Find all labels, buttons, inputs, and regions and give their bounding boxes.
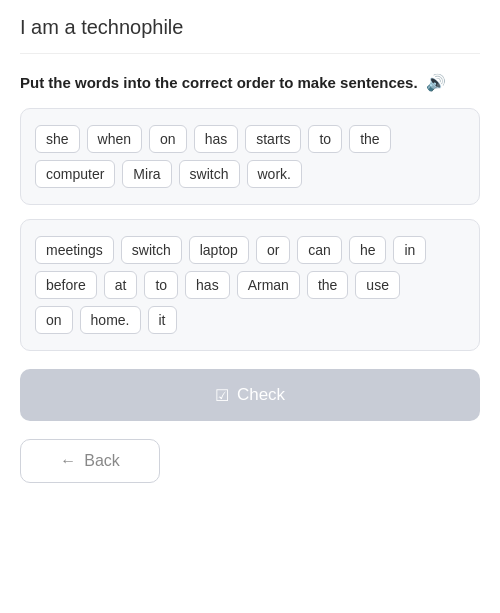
word-chip[interactable]: he [349, 236, 387, 264]
word-chip[interactable]: laptop [189, 236, 249, 264]
check-icon: ☑ [215, 386, 229, 405]
word-chip[interactable]: the [349, 125, 390, 153]
word-chip[interactable]: in [393, 236, 426, 264]
sentence1-row1: shewhenonhasstartstothe [35, 125, 465, 153]
word-chip[interactable]: to [308, 125, 342, 153]
page-title: I am a technophile [20, 16, 480, 54]
sentence1-row2: computerMiraswitchwork. [35, 160, 465, 188]
sentence2-row2: beforeattohasArmantheuse [35, 271, 465, 299]
word-chip[interactable]: on [149, 125, 187, 153]
back-arrow-icon: ← [60, 452, 76, 470]
sentence2-row3: onhome.it [35, 306, 465, 334]
word-chip[interactable]: has [185, 271, 230, 299]
word-chip[interactable]: switch [121, 236, 182, 264]
word-chip[interactable]: on [35, 306, 73, 334]
word-chip[interactable]: meetings [35, 236, 114, 264]
word-chip[interactable]: Arman [237, 271, 300, 299]
sentence1-box: shewhenonhasstartstothe computerMiraswit… [20, 108, 480, 205]
sentence2-row1: meetingsswitchlaptoporcanhein [35, 236, 465, 264]
word-chip[interactable]: computer [35, 160, 115, 188]
word-chip[interactable]: when [87, 125, 142, 153]
word-chip[interactable]: use [355, 271, 400, 299]
word-chip[interactable]: Mira [122, 160, 171, 188]
word-chip[interactable]: before [35, 271, 97, 299]
word-chip[interactable]: has [194, 125, 239, 153]
word-chip[interactable]: the [307, 271, 348, 299]
word-chip[interactable]: switch [179, 160, 240, 188]
instruction: Put the words into the correct order to … [20, 72, 480, 94]
back-button[interactable]: ← Back [20, 439, 160, 483]
word-chip[interactable]: it [148, 306, 177, 334]
speaker-icon[interactable]: 🔊 [426, 72, 446, 94]
word-chip[interactable]: or [256, 236, 290, 264]
word-chip[interactable]: at [104, 271, 138, 299]
word-chip[interactable]: starts [245, 125, 301, 153]
check-button[interactable]: ☑ Check [20, 369, 480, 421]
word-chip[interactable]: to [144, 271, 178, 299]
word-chip[interactable]: can [297, 236, 342, 264]
word-chip[interactable]: home. [80, 306, 141, 334]
sentence2-box: meetingsswitchlaptoporcanhein beforeatto… [20, 219, 480, 351]
word-chip[interactable]: she [35, 125, 80, 153]
word-chip[interactable]: work. [247, 160, 302, 188]
